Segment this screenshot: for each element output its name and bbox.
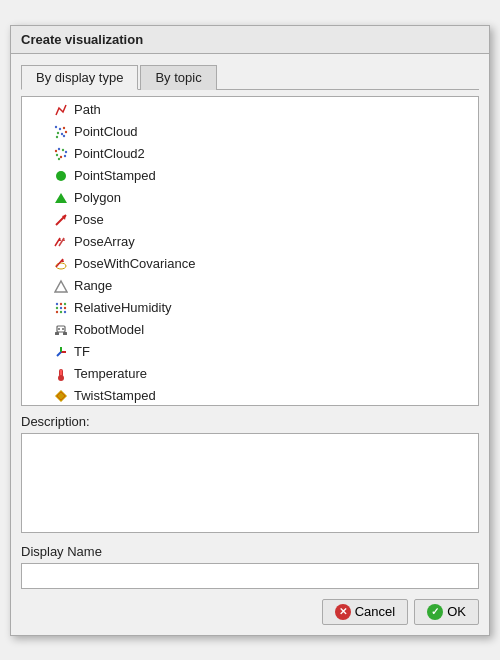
svg-point-29 xyxy=(60,302,62,304)
posearray-icon xyxy=(52,233,70,251)
svg-marker-27 xyxy=(55,281,67,292)
pose-label: Pose xyxy=(74,212,104,227)
polygon-icon xyxy=(52,189,70,207)
svg-point-34 xyxy=(56,310,58,312)
svg-point-33 xyxy=(64,306,66,308)
list-item-pointcloud2[interactable]: PointCloud2 xyxy=(22,143,478,165)
svg-point-36 xyxy=(64,310,66,312)
svg-point-16 xyxy=(56,171,66,181)
visualization-list[interactable]: Path PointCloud xyxy=(21,96,479,406)
create-visualization-dialog: Create visualization By display type By … xyxy=(10,25,490,636)
pointcloud-label: PointCloud xyxy=(74,124,138,139)
svg-point-1 xyxy=(59,127,61,129)
range-icon xyxy=(52,277,70,295)
cancel-label: Cancel xyxy=(355,604,395,619)
list-item-posewithcovariance[interactable]: PoseWithCovariance xyxy=(22,253,478,275)
cancel-button[interactable]: ✕ Cancel xyxy=(322,599,408,625)
pointstamped-label: PointStamped xyxy=(74,168,156,183)
pointcloud-icon xyxy=(52,123,70,141)
path-icon xyxy=(52,101,70,119)
ok-label: OK xyxy=(447,604,466,619)
relativehumidity-label: RelativeHumidity xyxy=(74,300,172,315)
twiststamped-icon xyxy=(52,387,70,405)
svg-point-10 xyxy=(62,148,64,150)
path-label: Path xyxy=(74,102,101,117)
list-item-twiststamped[interactable]: TwistStamped xyxy=(22,385,478,406)
temperature-icon xyxy=(52,365,70,383)
svg-rect-38 xyxy=(55,332,59,335)
robotmodel-icon xyxy=(52,321,70,339)
pointcloud2-label: PointCloud2 xyxy=(74,146,145,161)
tab-bar: By display type By topic xyxy=(21,64,479,90)
svg-point-7 xyxy=(63,134,65,136)
svg-point-32 xyxy=(60,306,62,308)
svg-point-4 xyxy=(61,132,63,134)
svg-point-47 xyxy=(58,375,64,381)
list-item-relativehumidity[interactable]: RelativeHumidity xyxy=(22,297,478,319)
pose-icon xyxy=(52,211,70,229)
posearray-label: PoseArray xyxy=(74,234,135,249)
dialog-title: Create visualization xyxy=(11,26,489,54)
tab-by-topic[interactable]: By topic xyxy=(140,65,216,90)
svg-point-30 xyxy=(64,302,66,304)
tf-label: TF xyxy=(74,344,90,359)
relativehumidity-icon xyxy=(52,299,70,317)
list-item-pointcloud[interactable]: PointCloud xyxy=(22,121,478,143)
description-textarea[interactable] xyxy=(21,433,479,533)
pointcloud2-icon xyxy=(52,145,70,163)
svg-marker-17 xyxy=(55,193,67,203)
tab-by-display-type[interactable]: By display type xyxy=(21,65,138,90)
svg-point-0 xyxy=(55,125,57,127)
list-item-pose[interactable]: Pose xyxy=(22,209,478,231)
svg-point-31 xyxy=(56,306,58,308)
button-row: ✕ Cancel ✓ OK xyxy=(21,599,479,625)
posewithcovariance-icon xyxy=(52,255,70,273)
list-item-pointstamped[interactable]: PointStamped xyxy=(22,165,478,187)
svg-point-9 xyxy=(58,147,60,149)
tf-icon xyxy=(52,343,70,361)
display-name-label: Display Name xyxy=(21,544,479,559)
svg-point-2 xyxy=(63,126,65,128)
robotmodel-label: RobotModel xyxy=(74,322,144,337)
list-item-temperature[interactable]: Temperature xyxy=(22,363,478,385)
svg-point-8 xyxy=(55,149,57,151)
cancel-icon: ✕ xyxy=(335,604,351,620)
svg-point-28 xyxy=(56,302,58,304)
svg-point-5 xyxy=(65,130,67,132)
svg-line-44 xyxy=(57,352,61,356)
range-label: Range xyxy=(74,278,112,293)
list-item-posearray[interactable]: PoseArray xyxy=(22,231,478,253)
list-item-robotmodel[interactable]: RobotModel xyxy=(22,319,478,341)
svg-point-13 xyxy=(60,155,62,157)
svg-point-14 xyxy=(64,154,66,156)
svg-point-41 xyxy=(62,328,64,330)
svg-rect-39 xyxy=(63,332,67,335)
svg-point-15 xyxy=(58,157,60,159)
list-item-path[interactable]: Path xyxy=(22,99,478,121)
svg-point-12 xyxy=(56,153,58,155)
list-item-range[interactable]: Range xyxy=(22,275,478,297)
temperature-label: Temperature xyxy=(74,366,147,381)
svg-point-35 xyxy=(60,310,62,312)
list-item-tf[interactable]: TF xyxy=(22,341,478,363)
svg-point-3 xyxy=(57,131,59,133)
ok-icon: ✓ xyxy=(427,604,443,620)
posewithcovariance-label: PoseWithCovariance xyxy=(74,256,195,271)
svg-point-40 xyxy=(58,328,60,330)
polygon-label: Polygon xyxy=(74,190,121,205)
ok-button[interactable]: ✓ OK xyxy=(414,599,479,625)
twiststamped-label: TwistStamped xyxy=(74,388,156,403)
dialog-body: By display type By topic Path xyxy=(11,54,489,635)
list-item-polygon[interactable]: Polygon xyxy=(22,187,478,209)
svg-point-11 xyxy=(65,150,67,152)
display-name-input[interactable] xyxy=(21,563,479,589)
description-label: Description: xyxy=(21,414,479,429)
pointstamped-icon xyxy=(52,167,70,185)
svg-point-6 xyxy=(56,135,58,137)
